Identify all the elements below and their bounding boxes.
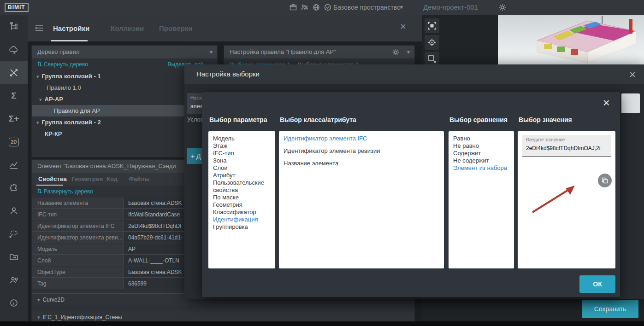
caret-down-icon[interactable]: ▾ xyxy=(39,97,42,102)
house-model xyxy=(498,15,644,66)
parameter-picker-dialog: × Выбор параметра Выбор класса/атрибута … xyxy=(202,92,620,297)
param-option[interactable]: Группировка xyxy=(213,223,271,231)
param-option[interactable]: Этаж xyxy=(213,142,271,150)
sigma-icon[interactable]: Σ xyxy=(0,84,28,107)
caret-down-icon[interactable]: ▾ xyxy=(37,314,40,320)
project-title: Демо-проект-001 xyxy=(423,3,478,11)
globe-sync-icon[interactable] xyxy=(312,3,320,13)
2d-view-icon[interactable]: 2D xyxy=(0,130,28,153)
modal-title: Настройка выборки xyxy=(196,70,260,78)
check-circle-icon[interactable] xyxy=(324,3,332,13)
close-icon[interactable]: × xyxy=(603,96,610,110)
rules-tree-title: Дерево правил xyxy=(37,48,79,55)
collisions-icon[interactable] xyxy=(0,61,28,84)
app-root: BIMIT Базовое пространство ▾ Демо-проект… xyxy=(0,0,644,326)
export-folder-icon[interactable] xyxy=(0,245,28,268)
scrollbar-thumb[interactable] xyxy=(621,93,640,113)
lasso-select-icon[interactable] xyxy=(0,222,28,245)
annotation-arrow xyxy=(527,182,580,216)
plugins-icon[interactable] xyxy=(0,176,28,199)
value-input[interactable]: Введите значение 2eDt4kd$98cfTDqhDImOAJ,… xyxy=(522,135,611,157)
tab-properties[interactable]: Свойства xyxy=(38,175,67,182)
sigma-plus-icon[interactable]: Σ+ xyxy=(0,107,28,130)
copy-button[interactable] xyxy=(598,174,612,187)
param-option[interactable]: Классификатор xyxy=(213,209,271,216)
zoom-extents-icon[interactable] xyxy=(425,18,439,33)
panel-menu-icon[interactable] xyxy=(35,24,43,34)
rules-tree-header[interactable]: Дерево правил ▾ xyxy=(32,46,217,58)
compare-option[interactable]: Не равно xyxy=(453,142,509,150)
chevron-down-icon[interactable]: ▾ xyxy=(400,4,403,10)
rule-settings-header[interactable]: Настройка правила "Правило для АР" ▾ xyxy=(224,46,414,58)
compare-list: Равно Не равно Содержит Не содержит Элем… xyxy=(449,131,514,268)
param-option[interactable]: IFC-тип xyxy=(213,150,271,157)
value-box: Введите значение 2eDt4kd$98cfTDqhDImOAJ,… xyxy=(518,131,615,268)
workspace-selector[interactable]: Базовое пространство xyxy=(333,4,401,11)
locate-icon[interactable] xyxy=(425,35,439,50)
copy-icon xyxy=(602,177,608,184)
modal-header: Настройка выборки × xyxy=(184,64,644,84)
param-option[interactable]: Зона xyxy=(213,157,271,164)
graphs-icon[interactable] xyxy=(0,153,28,176)
left-toolbar: Σ Σ+ 2D xyxy=(0,15,28,326)
compare-option[interactable]: Равно xyxy=(453,135,509,142)
param-option[interactable]: Модель xyxy=(213,135,271,142)
tab-collisions[interactable]: Коллизии xyxy=(111,24,144,32)
info-icon[interactable] xyxy=(0,291,28,314)
compare-option[interactable]: Не содержит xyxy=(453,157,509,164)
element-panel-title: Элемент "Базовая стена:ADSK_Наружная_Сэн… xyxy=(37,163,176,169)
param-option[interactable]: Геометрия xyxy=(213,201,271,209)
rule-settings-title: Настройка правила "Правило для АР" xyxy=(230,48,336,55)
settings-panel-header: Настройки Коллизии Проверки × xyxy=(28,15,422,41)
active-tab-underline xyxy=(51,40,88,41)
chevron-down-icon[interactable]: ▾ xyxy=(210,46,213,58)
param-option[interactable]: Слои xyxy=(213,164,271,172)
caret-down-icon[interactable]: ▾ xyxy=(36,74,39,79)
compare-option[interactable]: Содержит xyxy=(453,150,509,157)
gear-icon[interactable] xyxy=(392,48,400,61)
close-icon[interactable]: × xyxy=(400,22,406,32)
attr-option[interactable]: Идентификатор элемента ревизии xyxy=(284,147,439,155)
name-input-label: Назва xyxy=(190,95,203,100)
close-icon[interactable]: × xyxy=(629,68,636,81)
user-icon[interactable] xyxy=(0,199,28,222)
attr-option[interactable]: Название элемента xyxy=(284,160,439,167)
param-column-title: Выбор параметра xyxy=(209,116,267,123)
scene-background xyxy=(498,15,644,66)
value-input-text: 2eDt4kd$98cfTDqhDImOAJ,2i xyxy=(526,145,609,151)
team-icon[interactable] xyxy=(301,3,309,13)
app-logo: BIMIT xyxy=(5,3,29,12)
caret-down-icon[interactable]: ▾ xyxy=(36,120,39,125)
top-bar: BIMIT Базовое пространство ▾ Демо-проект… xyxy=(0,0,644,15)
tab-code[interactable]: Код xyxy=(106,175,118,182)
model-tree-icon[interactable] xyxy=(0,15,28,38)
cloud-sync-icon[interactable] xyxy=(0,38,28,61)
value-input-label: Введите значение xyxy=(526,137,565,142)
save-button[interactable]: Сохранить xyxy=(582,300,638,318)
package-icon[interactable] xyxy=(289,3,297,13)
param-option[interactable]: По маске xyxy=(213,194,271,201)
attr-option-selected[interactable]: Идентификатор элемента IFC xyxy=(284,135,439,142)
param-option[interactable]: Пользовательские свойства xyxy=(213,179,271,194)
caret-down-icon[interactable]: ▾ xyxy=(37,297,40,303)
param-option-selected[interactable]: Идентификация xyxy=(213,216,271,223)
tab-files[interactable]: Файлы xyxy=(129,175,150,182)
tab-settings[interactable]: Настройки xyxy=(53,24,89,32)
compare-option-selected[interactable]: Элемент из набора xyxy=(453,164,509,172)
collapse-tree-button[interactable]: Свернуть дерево xyxy=(37,58,88,70)
compare-column-title: Выбор сравнения xyxy=(449,116,508,123)
tab-checks[interactable]: Проверки xyxy=(159,24,192,32)
user-pin-icon[interactable] xyxy=(0,268,28,291)
chevron-down-icon[interactable]: ▾ xyxy=(407,46,410,58)
attr-column-title: Выбор класса/атрибута xyxy=(280,116,356,123)
gear-icon[interactable] xyxy=(498,3,507,13)
bottom-edge xyxy=(0,321,644,326)
ok-button[interactable]: ОК xyxy=(579,275,615,293)
value-column-title: Выбор значения xyxy=(519,116,572,123)
expand-tree-label: Развернуть дерево xyxy=(44,188,93,195)
param-list: Модель Этаж IFC-тип Зона Слои Атрибут По… xyxy=(208,131,275,268)
param-option[interactable]: Атрибут xyxy=(213,172,271,179)
tab-geometry[interactable]: Геометрия xyxy=(71,175,103,182)
attr-list: Идентификатор элемента IFC Идентификатор… xyxy=(279,131,444,268)
